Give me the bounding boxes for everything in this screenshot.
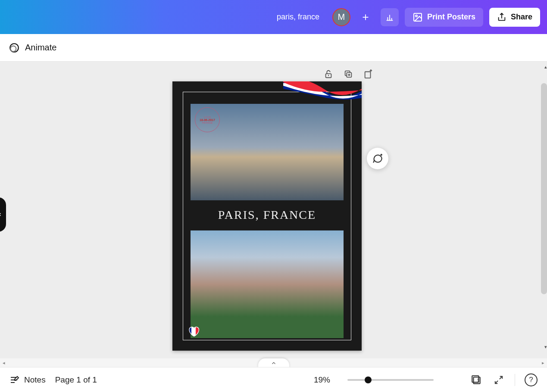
canvas-area[interactable]: LYON 18-06-2017 FRANCE PARIS, FRANCE ▴ ▾… <box>0 62 547 367</box>
bottom-bar: Notes Page 1 of 1 19% 1 ? <box>0 367 547 392</box>
scroll-right-arrow[interactable]: ▸ <box>542 360 544 366</box>
share-label: Share <box>511 12 532 22</box>
chevron-up-icon <box>271 360 277 366</box>
svg-line-30 <box>495 380 498 383</box>
add-member-button[interactable] <box>356 8 375 26</box>
page-popup-tab[interactable] <box>258 358 289 367</box>
help-button[interactable]: ? <box>525 373 538 386</box>
notes-button[interactable]: Notes <box>9 375 46 385</box>
help-label: ? <box>529 376 533 384</box>
notes-label: Notes <box>24 375 46 385</box>
chart-icon <box>385 12 394 22</box>
top-bar: paris, france M Print Posters Share <box>0 0 547 34</box>
zoom-slider[interactable] <box>347 379 434 381</box>
duplicate-button[interactable] <box>341 67 356 81</box>
page-indicator[interactable]: Page 1 of 1 <box>55 375 97 385</box>
fullscreen-button[interactable] <box>492 373 505 386</box>
print-posters-label: Print Posters <box>427 12 475 22</box>
svg-rect-16 <box>365 72 370 78</box>
divider <box>515 374 515 386</box>
add-page-button[interactable] <box>361 67 375 81</box>
lock-open-icon <box>324 69 333 79</box>
french-ribbon[interactable] <box>283 81 362 117</box>
passport-stamp[interactable]: LYON 18-06-2017 FRANCE <box>195 107 220 132</box>
collapse-sidebar-tab[interactable] <box>0 197 6 232</box>
chevron-left-icon <box>0 212 3 217</box>
zoom-percentage[interactable]: 19% <box>314 375 330 385</box>
animate-icon <box>9 42 20 53</box>
animate-button[interactable]: Animate <box>25 43 56 53</box>
comment-sparkle-icon <box>372 153 383 164</box>
vertical-scrollbar[interactable] <box>541 83 547 294</box>
lock-button[interactable] <box>321 67 336 81</box>
second-toolbar: Animate <box>0 34 547 62</box>
french-heart-icon[interactable] <box>187 325 200 338</box>
share-button[interactable]: Share <box>489 8 540 27</box>
image-icon <box>413 12 423 22</box>
document-title[interactable]: paris, france <box>277 12 319 22</box>
notes-icon <box>9 375 20 385</box>
svg-point-10 <box>10 46 16 51</box>
magic-comment-button[interactable] <box>367 148 388 169</box>
poster-title[interactable]: PARIS, FRANCE <box>172 208 362 222</box>
scroll-down-arrow[interactable]: ▾ <box>544 344 547 350</box>
analytics-button[interactable] <box>381 8 399 26</box>
avatar-initial: M <box>338 12 345 22</box>
page-tools <box>321 67 375 81</box>
poster-canvas[interactable]: LYON 18-06-2017 FRANCE PARIS, FRANCE <box>172 81 362 351</box>
scroll-up-arrow[interactable]: ▴ <box>544 64 547 70</box>
print-posters-button[interactable]: Print Posters <box>405 8 483 27</box>
stamp-date: 18-06-2017 <box>200 118 215 121</box>
scroll-left-arrow[interactable]: ◂ <box>3 360 5 366</box>
zoom-slider-thumb[interactable] <box>365 376 372 383</box>
poster-photo-bottom[interactable] <box>191 230 344 338</box>
grid-icon <box>471 374 482 386</box>
user-avatar[interactable]: M <box>332 8 350 26</box>
svg-point-7 <box>416 15 417 17</box>
share-icon <box>497 12 506 22</box>
grid-page-num: 1 <box>477 378 479 383</box>
grid-view-button[interactable]: 1 <box>470 373 483 386</box>
plus-icon <box>361 12 370 22</box>
expand-icon <box>494 375 503 385</box>
svg-line-29 <box>500 376 502 379</box>
add-page-icon <box>363 69 373 79</box>
copy-icon <box>344 69 353 79</box>
stamp-country: FRANCE <box>202 121 213 124</box>
